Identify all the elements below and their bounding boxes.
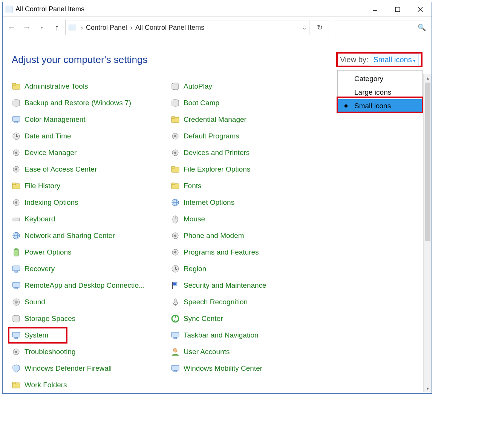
credential-icon	[171, 115, 180, 124]
breadcrumb-root[interactable]: Control Panel	[86, 24, 127, 32]
control-panel-item[interactable]: Windows Defender Firewall	[12, 360, 166, 377]
control-panel-item[interactable]: File Explorer Options	[171, 161, 325, 178]
control-panel-item[interactable]: Phone and Modem	[171, 227, 325, 244]
control-panel-item[interactable]: Default Programs	[171, 128, 325, 144]
control-panel-item-label: File History	[24, 182, 60, 190]
vertical-scrollbar[interactable]: ▴ ▾	[423, 74, 432, 392]
svg-point-19	[15, 201, 17, 204]
control-panel-item-label: Recovery	[24, 265, 55, 273]
control-panel-item-label: Indexing Options	[24, 198, 78, 207]
control-panel-item-label: Security and Maintenance	[184, 281, 266, 290]
control-panel-item[interactable]: Windows Mobility Center	[171, 360, 325, 377]
control-panel-item[interactable]: Devices and Printers	[171, 144, 325, 161]
control-panel-item[interactable]: Indexing Options	[12, 194, 166, 211]
control-panel-item[interactable]: System	[8, 327, 67, 344]
devices-printers-icon	[171, 148, 180, 157]
control-panel-item[interactable]: Credential Manager	[171, 111, 325, 128]
control-panel-item[interactable]: RemoteApp and Desktop Connectio...	[12, 277, 166, 294]
control-panel-item[interactable]: Device Manager	[12, 144, 166, 161]
control-panel-item[interactable]: Security and Maintenance	[171, 277, 325, 294]
view-option-category[interactable]: Category	[338, 72, 422, 86]
maximize-button[interactable]	[386, 3, 409, 16]
scroll-down-arrow[interactable]: ▾	[424, 385, 432, 392]
control-panel-item[interactable]: Programs and Features	[171, 244, 325, 261]
svg-rect-63	[174, 299, 176, 303]
control-panel-item[interactable]: Network and Sharing Center	[12, 227, 166, 244]
control-panel-item[interactable]: File History	[12, 178, 166, 194]
search-input[interactable]: 🔍	[333, 20, 429, 35]
svg-rect-26	[12, 266, 20, 271]
control-panel-item-label: Sync Center	[184, 315, 223, 323]
navigation-bar: ← → ▾ ↑ › Control Panel › All Control Pa…	[3, 17, 432, 38]
autoplay-icon	[171, 82, 180, 91]
control-panel-item-label: Devices and Printers	[184, 149, 250, 157]
control-panel-item-label: RemoteApp and Desktop Connectio...	[24, 281, 145, 290]
forward-button[interactable]: →	[20, 21, 34, 34]
svg-rect-28	[12, 282, 20, 287]
svg-rect-29	[15, 288, 18, 289]
control-panel-item-label: Region	[184, 265, 206, 273]
svg-point-13	[15, 152, 17, 154]
scroll-up-arrow[interactable]: ▴	[424, 74, 432, 82]
back-button[interactable]: ←	[5, 21, 18, 34]
control-panel-item[interactable]: Sync Center	[171, 310, 325, 327]
control-panel-item[interactable]: Color Management	[12, 111, 166, 128]
svg-rect-8	[15, 122, 18, 123]
view-option-small-icons[interactable]: Small icons	[338, 99, 422, 113]
control-panel-item[interactable]: Speech Recognition	[171, 294, 325, 310]
control-panel-item[interactable]: Ease of Access Center	[12, 161, 166, 178]
control-panel-item[interactable]: Fonts	[171, 178, 325, 194]
recent-dropdown[interactable]: ▾	[35, 21, 49, 34]
control-panel-item[interactable]: Storage Spaces	[12, 310, 166, 327]
control-panel-item[interactable]: Boot Camp	[171, 95, 325, 111]
control-panel-item[interactable]: Power Options	[12, 244, 166, 261]
control-panel-item[interactable]: Recovery	[12, 261, 166, 277]
svg-rect-24	[14, 249, 18, 256]
control-panel-item[interactable]: Date and Time	[12, 128, 166, 144]
app-icon	[5, 6, 12, 13]
close-button[interactable]	[409, 3, 432, 16]
control-panel-item[interactable]: Sound	[12, 294, 166, 310]
address-dropdown[interactable]: ⌄	[302, 25, 307, 31]
taskbar-icon	[171, 331, 180, 340]
bootcamp-icon	[171, 98, 180, 107]
programs-icon	[171, 248, 180, 257]
control-panel-item[interactable]: Keyboard	[12, 211, 166, 227]
control-panel-item[interactable]: Troubleshooting	[12, 344, 166, 360]
breadcrumb-current[interactable]: All Control Panel Items	[135, 24, 204, 32]
address-bar[interactable]: › Control Panel › All Control Panel Item…	[65, 20, 309, 35]
svg-rect-7	[12, 117, 20, 121]
control-panel-item[interactable]: Work Folders	[12, 377, 166, 392]
minimize-button[interactable]	[364, 3, 386, 16]
control-panel-item-label: Ease of Access Center	[24, 165, 97, 173]
svg-rect-17	[12, 183, 16, 185]
control-panel-item-label: Internet Options	[184, 198, 234, 207]
up-button[interactable]: ↑	[50, 21, 64, 34]
keyboard-icon	[12, 215, 21, 224]
view-option-large-icons[interactable]: Large icons	[338, 86, 422, 99]
heading-row: Adjust your computer's settings View by:…	[3, 38, 432, 74]
control-panel-item[interactable]: Taskbar and Navigation	[171, 327, 325, 344]
control-panel-item[interactable]: Internet Options	[171, 194, 325, 211]
control-panel-item[interactable]: Mouse	[171, 211, 325, 227]
svg-point-59	[174, 251, 176, 253]
refresh-button[interactable]: ↻	[311, 20, 329, 35]
view-by-selector[interactable]: Small icons	[370, 54, 419, 66]
control-panel-item[interactable]: User Accounts	[171, 344, 325, 360]
color-mgmt-icon	[12, 115, 21, 124]
control-panel-item-label: Keyboard	[24, 215, 55, 223]
control-panel-item-label: Boot Camp	[184, 99, 219, 107]
control-panel-item[interactable]: Backup and Restore (Windows 7)	[12, 95, 166, 111]
control-panel-item[interactable]: Administrative Tools	[12, 78, 166, 95]
scroll-thumb[interactable]	[425, 83, 430, 241]
mouse-icon	[171, 215, 180, 224]
control-panel-item-label: System	[24, 331, 48, 339]
control-panel-item-label: Color Management	[24, 115, 86, 124]
control-panel-item[interactable]: Region	[171, 261, 325, 277]
control-panel-item-label: Fonts	[184, 182, 202, 190]
breadcrumb-separator: ›	[81, 24, 83, 32]
control-panel-item-label: Power Options	[24, 248, 72, 256]
control-panel-item[interactable]: AutoPlay	[171, 78, 325, 95]
view-by-dropdown: Category Large icons Small icons	[337, 70, 423, 113]
breadcrumb-separator: ›	[130, 24, 132, 32]
